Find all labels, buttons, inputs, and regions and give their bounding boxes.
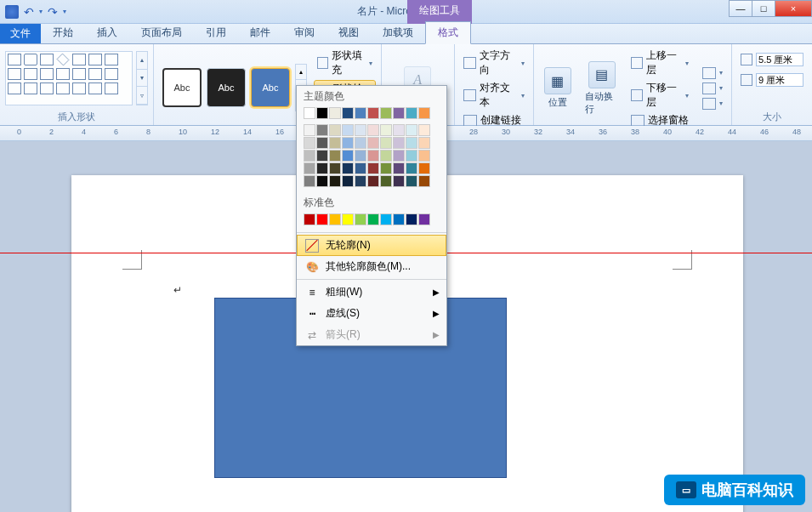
minimize-button[interactable]: —	[729, 0, 752, 17]
tab-insert[interactable]: 插入	[85, 22, 129, 43]
position-button[interactable]: ▦位置	[539, 65, 576, 111]
width-input[interactable]	[756, 73, 803, 87]
color-swatch[interactable]	[418, 107, 430, 119]
style-preset-2[interactable]: Abc	[207, 68, 246, 107]
shape-gallery[interactable]	[5, 51, 133, 105]
color-swatch[interactable]	[355, 107, 366, 119]
color-swatch[interactable]	[355, 124, 366, 136]
color-swatch[interactable]	[406, 137, 417, 149]
color-swatch[interactable]	[316, 107, 328, 119]
color-swatch[interactable]	[355, 137, 366, 149]
color-swatch[interactable]	[418, 162, 430, 174]
color-swatch[interactable]	[342, 175, 354, 187]
color-swatch[interactable]	[393, 124, 405, 136]
color-swatch[interactable]	[342, 124, 354, 136]
color-swatch[interactable]	[329, 150, 341, 162]
tab-review[interactable]: 审阅	[282, 22, 327, 43]
tab-file[interactable]: 文件	[0, 23, 41, 43]
color-swatch[interactable]	[380, 162, 392, 174]
color-swatch[interactable]	[418, 150, 430, 162]
color-swatch[interactable]	[342, 137, 354, 149]
tab-layout[interactable]: 页面布局	[129, 22, 194, 43]
maximize-button[interactable]: □	[752, 0, 775, 17]
style-preset-1[interactable]: Abc	[162, 68, 202, 107]
color-swatch[interactable]	[393, 162, 405, 174]
dashes-item[interactable]: ┅ 虚线(S) ▶	[297, 303, 446, 324]
color-swatch[interactable]	[304, 175, 315, 187]
color-swatch[interactable]	[304, 137, 315, 149]
style-preset-3[interactable]: Abc	[251, 68, 290, 107]
color-swatch[interactable]	[329, 107, 341, 119]
shape-fill-button[interactable]: 形状填充▾	[314, 48, 376, 78]
color-swatch[interactable]	[342, 213, 354, 225]
color-swatch[interactable]	[406, 150, 417, 162]
shape-gallery-nav[interactable]: ▴▾▿	[136, 51, 148, 105]
color-swatch[interactable]	[367, 150, 379, 162]
tab-mailings[interactable]: 邮件	[238, 22, 282, 43]
color-swatch[interactable]	[316, 213, 328, 225]
rotate-button[interactable]: ▾	[699, 97, 726, 111]
color-swatch[interactable]	[380, 137, 392, 149]
color-swatch[interactable]	[406, 107, 417, 119]
color-swatch[interactable]	[355, 162, 366, 174]
color-swatch[interactable]	[304, 107, 315, 119]
undo-icon[interactable]: ↶	[24, 6, 34, 18]
color-swatch[interactable]	[316, 150, 328, 162]
color-swatch[interactable]	[367, 213, 379, 225]
color-swatch[interactable]	[367, 137, 379, 149]
color-swatch[interactable]	[380, 124, 392, 136]
no-outline-item[interactable]: 无轮廓(N)	[297, 235, 446, 256]
color-swatch[interactable]	[393, 150, 405, 162]
redo-icon[interactable]: ↷	[48, 6, 58, 18]
color-swatch[interactable]	[355, 213, 366, 225]
weight-item[interactable]: ≡ 粗细(W) ▶	[297, 282, 446, 303]
color-swatch[interactable]	[355, 150, 366, 162]
color-swatch[interactable]	[380, 150, 392, 162]
group-button[interactable]: ▾	[699, 82, 726, 95]
color-swatch[interactable]	[316, 137, 328, 149]
color-swatch[interactable]	[393, 175, 405, 187]
close-button[interactable]: ×	[775, 0, 812, 17]
color-swatch[interactable]	[316, 162, 328, 174]
color-swatch[interactable]	[380, 213, 392, 225]
tab-addins[interactable]: 加载项	[371, 22, 425, 43]
color-swatch[interactable]	[406, 162, 417, 174]
color-swatch[interactable]	[367, 162, 379, 174]
color-swatch[interactable]	[418, 137, 430, 149]
color-swatch[interactable]	[406, 213, 417, 225]
color-swatch[interactable]	[342, 150, 354, 162]
color-swatch[interactable]	[393, 107, 405, 119]
color-swatch[interactable]	[329, 137, 341, 149]
color-swatch[interactable]	[304, 162, 315, 174]
color-swatch[interactable]	[342, 162, 354, 174]
color-swatch[interactable]	[393, 137, 405, 149]
color-swatch[interactable]	[304, 213, 315, 225]
color-swatch[interactable]	[418, 213, 430, 225]
color-swatch[interactable]	[329, 124, 341, 136]
color-swatch[interactable]	[418, 175, 430, 187]
text-direction-button[interactable]: 文字方向▾	[460, 48, 528, 78]
align-text-button[interactable]: 对齐文本▾	[460, 80, 528, 111]
color-swatch[interactable]	[316, 175, 328, 187]
undo-dropdown[interactable]: ▾	[39, 8, 43, 15]
color-swatch[interactable]	[367, 175, 379, 187]
color-swatch[interactable]	[380, 175, 392, 187]
color-swatch[interactable]	[304, 150, 315, 162]
color-swatch[interactable]	[406, 175, 417, 187]
color-swatch[interactable]	[304, 124, 315, 136]
wrap-text-button[interactable]: ▤自动换行	[580, 60, 624, 117]
color-swatch[interactable]	[367, 124, 379, 136]
color-swatch[interactable]	[342, 107, 354, 119]
color-swatch[interactable]	[393, 213, 405, 225]
send-backward-button[interactable]: 下移一层▾	[627, 80, 692, 111]
tab-references[interactable]: 引用	[194, 22, 238, 43]
tab-home[interactable]: 开始	[41, 22, 85, 43]
color-swatch[interactable]	[316, 124, 328, 136]
color-swatch[interactable]	[329, 162, 341, 174]
color-swatch[interactable]	[380, 107, 392, 119]
style-gallery[interactable]: Abc Abc Abc ▴▾▿	[159, 60, 310, 115]
color-swatch[interactable]	[367, 107, 379, 119]
color-swatch[interactable]	[329, 213, 341, 225]
save-icon[interactable]	[5, 5, 19, 19]
color-swatch[interactable]	[406, 124, 417, 136]
